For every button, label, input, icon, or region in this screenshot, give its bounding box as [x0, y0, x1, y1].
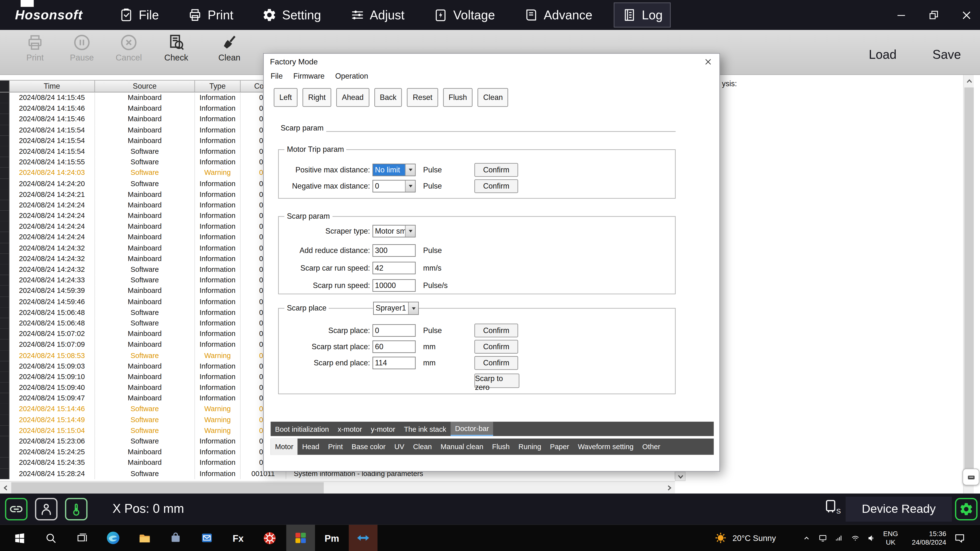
clean-button[interactable]: Clean	[210, 33, 249, 62]
motion-button[interactable]: Back	[374, 88, 402, 107]
cancel-button[interactable]: Cancel	[109, 33, 148, 62]
dialog-menu-operation[interactable]: Operation	[335, 72, 368, 81]
confirm-button[interactable]: Confirm	[474, 356, 518, 370]
chevron-down-icon[interactable]	[405, 164, 415, 176]
motion-button[interactable]: Flush	[443, 88, 473, 107]
row-selector[interactable]	[0, 404, 9, 414]
row-selector[interactable]	[0, 329, 9, 340]
row-selector[interactable]	[0, 275, 9, 286]
motion-button[interactable]: Right	[302, 88, 331, 107]
color-grid-icon[interactable]	[286, 525, 315, 551]
scarp-place-input[interactable]	[372, 324, 415, 337]
check-button[interactable]: Check	[157, 33, 196, 62]
remote-arrows-icon[interactable]	[348, 525, 377, 551]
row-selector[interactable]	[0, 436, 9, 447]
scraper-type-combo[interactable]: Motor smal	[372, 225, 415, 237]
row-selector[interactable]	[0, 178, 9, 189]
dialog-tab[interactable]: The ink stack	[399, 422, 451, 436]
row-selector[interactable]	[0, 340, 9, 350]
dialog-titlebar[interactable]: Factory Mode	[264, 54, 719, 69]
log-scroll-down-arrow[interactable]	[675, 472, 686, 481]
pm-app-icon[interactable]: Pm	[318, 525, 346, 551]
panel-vertical-scrollbar[interactable]	[963, 75, 974, 494]
touch-panel-icon[interactable]	[963, 468, 980, 485]
row-selector[interactable]	[0, 157, 9, 168]
language-indicator[interactable]: ENG UK	[880, 529, 901, 546]
display-icon[interactable]	[818, 533, 827, 542]
store-icon[interactable]	[161, 525, 190, 551]
row-selector[interactable]	[0, 264, 9, 275]
motion-button[interactable]: Ahead	[336, 88, 369, 107]
menu-voltage[interactable]: Voltage	[426, 3, 503, 27]
dialog-close-icon[interactable]	[702, 56, 714, 68]
row-selector[interactable]	[0, 189, 9, 200]
scroll-left-arrow[interactable]	[0, 482, 11, 494]
task-view-button[interactable]	[68, 525, 96, 551]
confirm-button[interactable]: Confirm	[474, 324, 518, 337]
menu-setting[interactable]: Setting	[255, 3, 329, 27]
row-selector[interactable]	[0, 211, 9, 221]
s-device-icon[interactable]: S	[822, 499, 841, 515]
row-selector[interactable]	[0, 103, 9, 114]
row-selector[interactable]	[0, 361, 9, 372]
print-button[interactable]: Print	[16, 33, 54, 62]
dialog-tab[interactable]: Base color	[347, 438, 390, 455]
menu-log[interactable]: Log	[614, 2, 671, 27]
scarp-car-run-speed-input[interactable]	[372, 262, 415, 274]
pause-button[interactable]: Pause	[62, 33, 101, 62]
scarp-run-speed-input[interactable]	[372, 279, 415, 292]
row-selector[interactable]	[0, 318, 9, 329]
add-reduce-distance-input[interactable]	[372, 244, 415, 257]
row-selector[interactable]	[0, 426, 9, 436]
action-center-icon[interactable]	[954, 525, 966, 551]
dialog-tab[interactable]: Manual clean	[436, 438, 488, 455]
dialog-tab[interactable]: UV	[390, 438, 409, 455]
mail-icon[interactable]	[192, 525, 221, 551]
row-selector[interactable]	[0, 221, 9, 232]
start-button[interactable]	[5, 525, 33, 551]
restore-button[interactable]	[928, 9, 939, 21]
negative-max-distance-combo[interactable]: 0	[372, 180, 415, 192]
dialog-tab[interactable]: Boot initialization	[271, 422, 333, 436]
row-selector[interactable]	[0, 167, 9, 178]
chevron-down-icon[interactable]	[408, 302, 418, 314]
row-selector[interactable]	[0, 393, 9, 404]
dialog-tab[interactable]: Head	[298, 438, 324, 455]
load-button[interactable]: Load	[869, 48, 897, 62]
thermometer-icon[interactable]	[65, 498, 88, 520]
menu-file[interactable]: File	[111, 3, 166, 27]
row-selector[interactable]	[0, 200, 9, 211]
row-selector[interactable]	[0, 468, 9, 479]
column-header-type[interactable]: Type	[195, 81, 240, 92]
row-selector[interactable]	[0, 297, 9, 307]
weather-widget[interactable]: 20°C Sunny	[714, 525, 776, 551]
row-selector[interactable]	[0, 146, 9, 157]
signal-bars-icon[interactable]	[834, 533, 844, 542]
row-selector[interactable]	[0, 254, 9, 264]
fx-app-icon[interactable]: Fx	[224, 525, 252, 551]
column-header-time[interactable]: Time	[9, 81, 95, 92]
confirm-button[interactable]: Confirm	[474, 163, 518, 177]
row-selector[interactable]	[0, 372, 9, 383]
vertical-scroll-thumb[interactable]	[964, 87, 974, 472]
column-header-source[interactable]: Source	[95, 81, 195, 92]
dialog-tab[interactable]: Motor	[271, 438, 298, 455]
dialog-tab[interactable]: Flush	[488, 438, 514, 455]
dialog-tab[interactable]: Print	[324, 438, 347, 455]
motion-button[interactable]: Clean	[477, 88, 508, 107]
minimize-button[interactable]	[896, 9, 907, 21]
row-selector[interactable]	[0, 92, 9, 103]
taskbar-clock[interactable]: 15:36 24/08/2024	[904, 529, 946, 546]
dialog-tab[interactable]: Waveform setting	[574, 438, 638, 455]
horizontal-scrollbar[interactable]	[0, 481, 675, 494]
dialog-tab[interactable]: Paper	[546, 438, 574, 455]
dialog-tab[interactable]: Doctor-bar	[450, 422, 493, 436]
dialog-tab[interactable]: Other	[638, 438, 665, 455]
speaker-icon[interactable]	[867, 533, 876, 542]
row-selector[interactable]	[0, 307, 9, 318]
device-gear-icon[interactable]	[955, 498, 978, 520]
edge-browser-icon[interactable]	[99, 525, 127, 551]
row-selector[interactable]	[0, 243, 9, 254]
horizontal-scroll-thumb[interactable]	[11, 482, 324, 494]
row-selector[interactable]	[0, 447, 9, 457]
